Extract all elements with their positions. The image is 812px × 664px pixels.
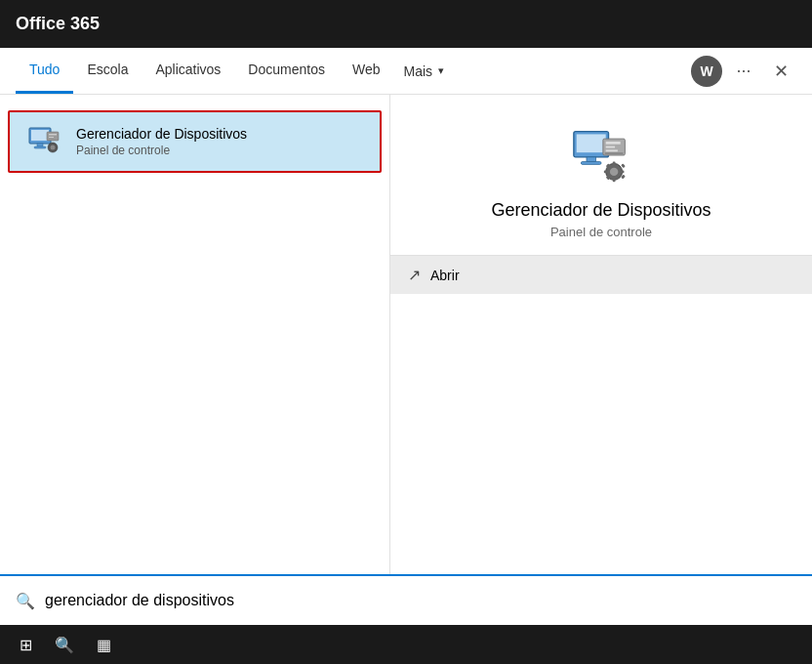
open-action[interactable]: ↗ Abrir	[390, 256, 812, 294]
open-label: Abrir	[430, 268, 460, 283]
tab-bar: Tudo Escola Aplicativos Documentos Web M…	[0, 48, 812, 95]
svg-rect-16	[606, 149, 618, 151]
detail-subtitle: Painel de controle	[550, 225, 652, 239]
svg-rect-17	[605, 152, 624, 154]
result-text: Gerenciador de Dispositivos Painel de co…	[76, 126, 247, 157]
svg-rect-10	[577, 134, 606, 152]
search-input[interactable]	[45, 592, 796, 609]
user-avatar[interactable]: W	[691, 56, 722, 87]
search-icon: 🔍	[16, 592, 35, 610]
svg-rect-2	[37, 144, 43, 146]
tab-escola[interactable]: Escola	[73, 48, 142, 94]
svg-rect-12	[581, 162, 601, 165]
tab-right-controls: W ··· ✕	[691, 56, 796, 87]
tab-aplicativos[interactable]: Aplicativos	[142, 48, 234, 94]
svg-rect-1	[31, 130, 49, 141]
taskbar-search-button[interactable]: 🔍	[47, 627, 82, 662]
svg-rect-14	[606, 142, 621, 145]
main-content: Gerenciador de Dispositivos Painel de co…	[0, 95, 812, 574]
task-view-icon: ▦	[97, 636, 111, 654]
windows-start-button[interactable]: ⊞	[8, 627, 43, 662]
taskbar-search-icon: 🔍	[55, 636, 74, 654]
result-subtitle: Painel de controle	[76, 144, 247, 157]
open-icon: ↗	[408, 266, 421, 284]
svg-rect-5	[49, 134, 57, 136]
tab-web[interactable]: Web	[339, 48, 394, 94]
svg-rect-11	[587, 157, 595, 162]
device-manager-icon-large	[572, 126, 630, 185]
result-item-device-manager[interactable]: Gerenciador de Dispositivos Painel de co…	[8, 110, 382, 173]
top-bar: Office 365	[0, 0, 812, 48]
svg-rect-3	[34, 146, 46, 148]
app-title: Office 365	[16, 14, 100, 34]
detail-icon	[570, 124, 632, 187]
detail-actions: ↗ Abrir	[390, 255, 812, 294]
taskbar: ⊞ 🔍 ▦	[0, 625, 812, 664]
search-bar: 🔍	[0, 574, 812, 625]
left-panel: Gerenciador de Dispositivos Painel de co…	[0, 95, 390, 574]
tab-documentos[interactable]: Documentos	[234, 48, 339, 94]
more-options-button[interactable]: ···	[728, 56, 759, 87]
detail-title: Gerenciador de Dispositivos	[491, 200, 710, 221]
svg-point-8	[51, 145, 56, 150]
svg-rect-6	[49, 137, 54, 138]
windows-icon: ⊞	[20, 636, 32, 654]
svg-rect-22	[604, 170, 608, 173]
tab-tudo[interactable]: Tudo	[16, 48, 73, 94]
svg-rect-20	[613, 162, 616, 166]
svg-rect-27	[621, 163, 626, 168]
task-view-button[interactable]: ▦	[86, 627, 121, 662]
svg-rect-23	[621, 170, 625, 173]
device-manager-icon-small	[27, 124, 62, 159]
right-panel: Gerenciador de Dispositivos Painel de co…	[390, 95, 812, 574]
svg-rect-4	[47, 132, 59, 141]
close-button[interactable]: ✕	[765, 56, 796, 87]
svg-rect-21	[613, 178, 616, 182]
tab-more[interactable]: Mais	[393, 63, 454, 79]
result-title: Gerenciador de Dispositivos	[76, 126, 247, 142]
svg-point-19	[610, 168, 618, 176]
result-item-icon	[25, 122, 64, 161]
svg-rect-15	[606, 146, 615, 148]
